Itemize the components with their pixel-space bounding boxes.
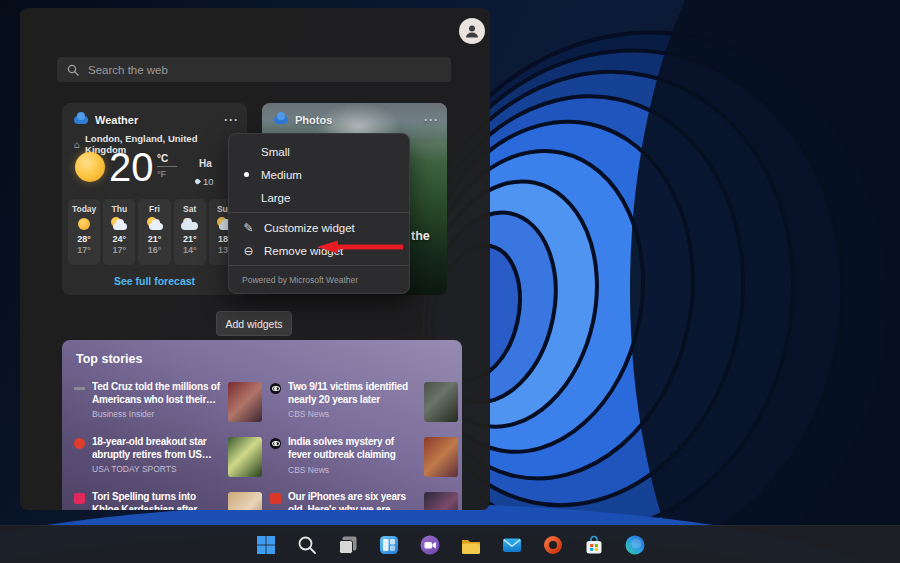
search-input[interactable]: Search the web <box>57 57 451 82</box>
photos-header: Photos ··· <box>274 111 439 129</box>
news-headline: India solves mystery of fever outbreak c… <box>288 435 417 462</box>
desktop: Search the web Weather ··· ⌂ London, Eng… <box>0 0 900 563</box>
cbs-news-icon <box>270 438 281 449</box>
home-icon: ⌂ <box>74 139 80 150</box>
news-thumbnail <box>228 492 262 510</box>
photo-caption-fragment: the <box>411 229 430 243</box>
top-stories-title: Top stories <box>76 352 142 366</box>
office-icon <box>541 533 565 557</box>
menu-footer: Powered by Microsoft Weather <box>229 269 409 285</box>
news-item[interactable]: Two 9/11 victims identified nearly 20 ye… <box>270 380 458 429</box>
menu-item-small[interactable]: Small <box>229 140 409 163</box>
file-explorer-icon <box>459 533 483 557</box>
menu-item-medium[interactable]: Medium <box>229 163 409 186</box>
news-headline: Tori Spelling turns into Khloe Kardashia… <box>92 490 221 510</box>
task-view-button[interactable] <box>333 530 363 560</box>
news-thumbnail <box>228 382 262 422</box>
pencil-icon: ✎ <box>242 221 255 235</box>
news-source: USA TODAY SPORTS <box>92 464 221 474</box>
unit-toggle[interactable]: °C °F <box>157 153 177 179</box>
news-headline: 18-year-old breakout star abruptly retir… <box>92 435 221 461</box>
avatar[interactable] <box>459 18 485 44</box>
news-item[interactable]: India solves mystery of fever outbreak c… <box>270 435 458 484</box>
task-view-icon <box>336 533 360 557</box>
start-icon <box>254 533 278 557</box>
forecast-day[interactable]: Fri 21° 16° <box>138 199 170 265</box>
taskbar-search-button[interactable] <box>292 530 322 560</box>
weather-more-icon[interactable]: ··· <box>224 113 239 127</box>
humidity-value-fragment: 10 <box>203 176 214 187</box>
forecast-day[interactable]: Thu 24° 17° <box>103 199 135 265</box>
news-thumbnail <box>424 382 458 422</box>
widgets-icon <box>377 533 401 557</box>
chat-icon <box>418 533 442 557</box>
widgets-button[interactable] <box>374 530 404 560</box>
humidity-row: 10 <box>195 176 214 187</box>
microsoft-store-icon <box>582 533 606 557</box>
top-stories-widget: Top stories Ted Cruz told the millions o… <box>62 340 462 510</box>
edge-icon <box>623 533 647 557</box>
news-source: CBS News <box>288 465 417 475</box>
weather-location-row[interactable]: ⌂ London, England, United Kingdom ✎ <box>74 133 237 155</box>
news-headline: Ted Cruz told the millions of Americans … <box>92 380 221 406</box>
droplet-icon <box>194 178 201 185</box>
news-headline: Our iPhones are six years old. Here's wh… <box>288 490 417 510</box>
sunny-icon <box>74 217 94 232</box>
news-headline: Two 9/11 victims identified nearly 20 ye… <box>288 380 417 406</box>
red-news-icon <box>270 493 281 504</box>
unit-fahrenheit[interactable]: °F <box>157 169 177 179</box>
search-icon <box>295 533 319 557</box>
unit-celsius[interactable]: °C <box>157 153 177 167</box>
photos-more-icon[interactable]: ··· <box>424 113 439 127</box>
person-icon <box>464 23 480 39</box>
cloudy-icon <box>180 217 200 232</box>
chat-button[interactable] <box>415 530 445 560</box>
office-button[interactable] <box>538 530 568 560</box>
news-item[interactable]: Our iPhones are six years old. Here's wh… <box>270 490 458 510</box>
business-insider-icon <box>74 383 85 394</box>
weather-location: London, England, United Kingdom <box>85 133 224 155</box>
news-item[interactable]: 18-year-old breakout star abruptly retir… <box>74 435 262 484</box>
start-button[interactable] <box>251 530 281 560</box>
news-item[interactable]: Ted Cruz told the millions of Americans … <box>74 380 262 429</box>
current-weather-sun-icon <box>75 152 105 182</box>
menu-divider <box>229 212 409 213</box>
forecast-row: Today 28° 17° Thu 24° 17° Fri 21° 16° <box>68 199 241 265</box>
annotation-arrow <box>314 239 406 255</box>
widgets-panel: Search the web Weather ··· ⌂ London, Eng… <box>20 8 490 510</box>
forecast-day[interactable]: Sat 21° 14° <box>174 199 206 265</box>
photos-title: Photos <box>295 114 417 126</box>
news-item[interactable]: Tori Spelling turns into Khloe Kardashia… <box>74 490 262 510</box>
cbs-news-icon <box>270 383 281 394</box>
search-placeholder: Search the web <box>88 64 168 76</box>
weather-widget[interactable]: Weather ··· ⌂ London, England, United Ki… <box>62 103 247 295</box>
photos-logo-icon <box>274 116 288 124</box>
taskbar <box>0 525 900 563</box>
forecast-day[interactable]: Today 28° 17° <box>68 199 100 265</box>
menu-item-customize-widget[interactable]: ✎ Customize widget <box>229 216 409 239</box>
mail-button[interactable] <box>497 530 527 560</box>
news-source: Business Insider <box>92 409 221 419</box>
remove-circle-icon: ⊖ <box>242 244 255 258</box>
partly-cloudy-icon <box>145 217 165 232</box>
microsoft-store-button[interactable] <box>579 530 609 560</box>
mail-icon <box>500 533 524 557</box>
selected-dot-icon <box>244 172 249 177</box>
partly-cloudy-icon <box>109 217 129 232</box>
edge-button[interactable] <box>620 530 650 560</box>
condition-text-fragment: Ha <box>199 158 212 169</box>
top-stories-grid: Ted Cruz told the millions of Americans … <box>74 380 458 510</box>
weather-header: Weather ··· <box>74 111 239 129</box>
search-icon <box>67 64 79 76</box>
file-explorer-button[interactable] <box>456 530 486 560</box>
entertainment-icon <box>74 493 85 504</box>
widget-context-menu: Small Medium Large ✎ Customize widget ⊖ … <box>228 133 410 294</box>
news-thumbnail <box>228 437 262 477</box>
menu-item-large[interactable]: Large <box>229 186 409 209</box>
weather-logo-icon <box>74 116 88 124</box>
see-full-forecast-link[interactable]: See full forecast <box>62 275 247 287</box>
add-widgets-button[interactable]: Add widgets <box>216 311 292 336</box>
current-temp: 20 <box>109 145 154 189</box>
news-thumbnail <box>424 437 458 477</box>
news-source: CBS News <box>288 409 417 419</box>
